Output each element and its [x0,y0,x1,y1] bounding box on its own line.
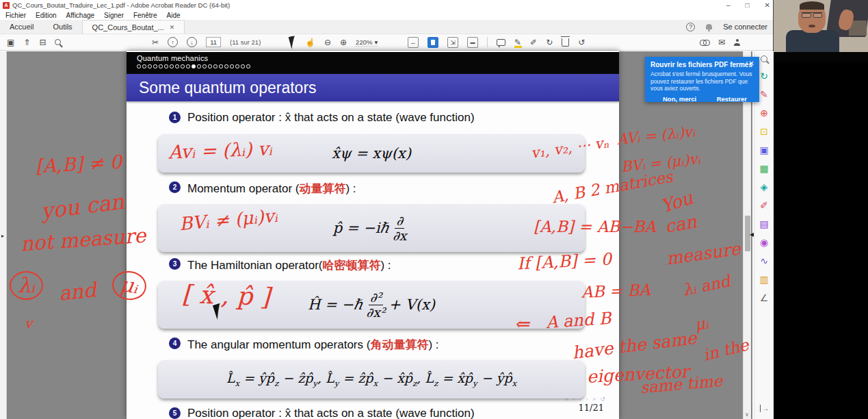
menu-fenetre[interactable]: Fenêtre [133,12,157,19]
tools-panel: ↻✎⊕⊡▣▦◈✐▤◉∿▥∠ → [754,51,774,419]
envelope-icon[interactable]: ✉ [718,38,725,47]
hand-tool-icon[interactable]: ☝ [305,38,315,47]
send-comments-icon[interactable]: ▥ [759,275,768,284]
acrobat-window: A QC_Cours_Boutat_Traduire_Lec_1.pdf - A… [0,0,774,419]
fit-width-icon[interactable] [408,37,419,48]
page-number-input[interactable] [206,37,221,47]
left-panel-expand-icon[interactable]: ▸ [1,233,4,239]
presenter-body [786,30,839,52]
presenter-glasses [802,12,822,18]
measure-icon[interactable]: ∠ [760,293,769,303]
undo-icon[interactable]: ↺ [578,38,585,47]
rotate-icon[interactable]: ↻ [546,38,553,47]
menu-edition[interactable]: Edition [36,12,57,19]
fit-page-icon[interactable] [428,37,438,48]
scroll-down-icon[interactable]: ∨ [745,411,749,418]
item-number-badge: 3 [169,258,181,270]
notification-title: Rouvrir les fichiers PDF fermés [650,61,754,68]
scan-ocr-icon[interactable]: ▦ [759,164,768,173]
fullscreen-icon[interactable] [447,37,458,48]
menu-aide[interactable]: Aide [166,12,180,19]
restore-button[interactable]: □ [746,1,750,9]
reading-mode-icon[interactable] [467,37,478,48]
slide-item-4: 4 The angular momentum operators (角动量算符)… [169,337,605,353]
progress-dot [175,64,179,68]
slide-item-5: 5 Position operator : x̂ that acts on a … [169,407,605,419]
notification-restore-button[interactable]: Restaurer [717,95,747,103]
equation-box-angular: L̂x = ŷp̂z − ẑp̂y, L̂y = ẑp̂x − x̂p̂z, L… [158,360,585,398]
comment-bubble-icon[interactable] [497,39,505,46]
webcam-video [774,0,868,52]
certificates-icon[interactable]: ∿ [760,256,768,266]
progress-dot [159,64,163,68]
stamp-icon[interactable]: ◉ [760,238,768,247]
minimize-button[interactable]: – [726,1,731,9]
comment-icon[interactable]: ⊡ [760,127,768,136]
create-pdf-icon[interactable]: ⊕ [760,108,768,118]
previous-page-icon[interactable]: ↑ [168,37,178,47]
search-tools-icon[interactable] [761,55,767,62]
menu-bar: Fichier Edition Affichage Signer Fenêtre… [0,10,773,20]
progress-dot [192,64,196,68]
menu-signer[interactable]: Signer [104,12,124,19]
link-icon[interactable] [700,40,709,45]
title-bar: A QC_Cours_Boutat_Traduire_Lec_1.pdf - A… [0,0,773,10]
notification-dismiss-button[interactable]: Non, merci [663,95,696,103]
slide-item-2: 2 Momentum operator (动量算符) : [169,181,605,196]
equation-angular: L̂x = ŷp̂z − ẑp̂y, L̂y = ẑp̂x − x̂p̂z, L… [226,370,516,388]
edit-pdf-icon[interactable]: ✎ [760,90,768,99]
webcam-letterbox [774,52,868,62]
sign-pen-icon[interactable]: ✐ [530,38,537,47]
notifications-bell-icon[interactable] [706,24,712,29]
select-tool-icon[interactable] [289,36,298,49]
item-number-badge: 4 [169,338,181,349]
progress-dot [241,64,245,68]
save-icon[interactable]: ▣ [7,38,14,47]
tab-accueil[interactable]: Accueil [0,20,43,34]
progress-dot [246,64,250,68]
progress-dot [137,64,141,68]
share-icon[interactable]: ⇑ [23,38,30,47]
slide-header-title: Quantum mechanics [137,54,619,62]
chevron-down-icon: ▾ [374,38,378,46]
menu-fichier[interactable]: Fichier [5,12,26,19]
zoom-level-select[interactable]: 220% ▾ [356,38,378,47]
slide-progress-dots [137,64,619,68]
panel-expand-icon[interactable]: → [760,405,769,412]
snapshot-icon[interactable]: ✂ [152,38,159,47]
fill-sign-icon[interactable]: ✐ [760,201,768,210]
organize-pages-icon[interactable]: ▣ [759,145,768,155]
equation-box-position: x̂ψ = xψ(x) [158,134,585,173]
beamer-nav-symbols: « ‹ ▫ › » ↺ [565,396,607,403]
progress-dot [186,64,190,68]
next-page-icon[interactable]: ↓ [187,37,197,47]
tab-document[interactable]: QC_Cours_Boutat_... ✕ [82,20,185,34]
trash-icon[interactable] [562,38,569,47]
slide-title: Some quantum operators [139,79,317,97]
slide-item-1: 1 Position operator : x̂ that acts on a … [169,111,605,125]
item-number-badge: 2 [169,181,181,193]
tab-outils[interactable]: Outils [43,20,81,34]
enhance-icon[interactable]: ◈ [761,182,768,192]
tab-close-icon[interactable]: ✕ [170,24,175,31]
acrobat-logo-icon: A [3,2,10,9]
close-button[interactable]: ✕ [765,1,770,9]
presenter-hair [800,1,824,10]
add-user-icon[interactable] [734,39,740,45]
zoom-out-icon[interactable]: ⊖ [324,38,331,47]
tab-bar: Accueil Outils QC_Cours_Boutat_... ✕ [0,20,773,34]
print-icon[interactable]: ⊟ [39,38,46,47]
export-pdf-icon[interactable]: ↻ [760,71,768,81]
search-icon[interactable] [55,39,61,45]
progress-dot [219,64,223,68]
help-icon[interactable]: ? [686,23,695,31]
notification-close-icon[interactable]: ✕ [749,60,754,67]
zoom-in-icon[interactable]: ⊕ [340,38,347,47]
protect-icon[interactable]: ▤ [759,219,768,229]
equation-box-momentum: p̂ = −iℏ ∂∂x [158,204,585,252]
menu-affichage[interactable]: Affichage [66,12,95,19]
progress-dot [153,64,157,68]
left-panel-strip[interactable]: ▸ [0,51,7,419]
sign-in-link[interactable]: Se connecter [723,23,767,31]
highlighter-icon[interactable]: ✎ [514,38,521,47]
